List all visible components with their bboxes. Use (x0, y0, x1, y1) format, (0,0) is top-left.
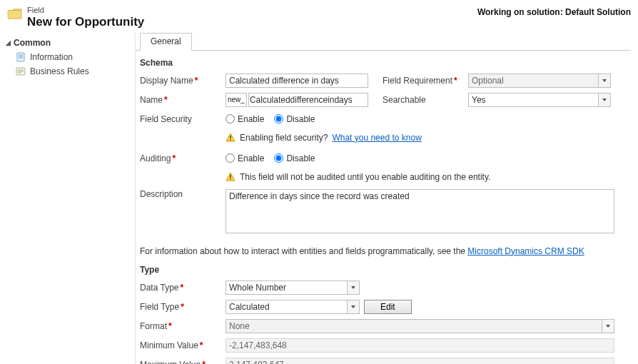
label-max-value: Maximum Value* (140, 360, 226, 364)
display-name-input[interactable] (226, 74, 368, 88)
svg-rect-0 (17, 53, 24, 61)
name-prefix: new_ (226, 93, 247, 107)
label-format: Format* (140, 321, 226, 331)
svg-rect-10 (230, 175, 231, 178)
solution-label: Working on solution: Default Solution (477, 6, 631, 17)
label-name: Name* (140, 95, 226, 105)
searchable-select[interactable]: Yes (468, 93, 611, 107)
label-field-security: Field Security (140, 114, 226, 124)
field-security-enable[interactable]: Enable (226, 114, 264, 124)
header-kicker: Field (27, 6, 144, 15)
svg-rect-8 (230, 136, 231, 138)
tab-label: General (151, 36, 181, 46)
svg-rect-9 (230, 139, 231, 140)
chevron-down-icon[interactable] (347, 300, 359, 313)
label-field-requirement: Field Requirement* (383, 76, 468, 86)
sdk-info: For information about how to interact wi… (140, 238, 627, 265)
auditing-warning: This field will not be audited until you… (140, 169, 627, 189)
document-icon (16, 52, 26, 62)
section-schema: Schema (140, 58, 627, 72)
sdk-link[interactable]: Microsoft Dynamics CRM SDK (467, 246, 584, 256)
sidebar-item-information[interactable]: Information (0, 50, 135, 64)
field-security-disable[interactable]: Disable (274, 114, 315, 124)
label-min-value: Minimum Value* (140, 340, 226, 350)
field-security-warning: Enabling field security? What you need t… (140, 130, 627, 150)
chevron-down-icon[interactable] (602, 320, 614, 333)
format-select[interactable]: None (226, 319, 614, 333)
tab-general[interactable]: General (140, 33, 192, 51)
max-value-field: 2,147,483,647 (226, 358, 614, 364)
label-display-name: Display Name* (140, 76, 226, 86)
page-header: Field New for Opportunity Working on sol… (0, 0, 638, 33)
sidebar-section-label: Common (14, 38, 51, 48)
chevron-down-icon[interactable] (598, 93, 610, 106)
sidebar-section-common[interactable]: ◢ Common (0, 36, 135, 50)
svg-rect-11 (230, 178, 231, 179)
sidebar: ◢ Common Information Bus (0, 33, 136, 364)
field-type-select[interactable]: Calculated (226, 300, 360, 314)
label-searchable: Searchable (383, 95, 468, 105)
field-requirement-select[interactable]: Optional (468, 74, 611, 88)
collapse-icon: ◢ (6, 39, 11, 46)
sidebar-item-business-rules[interactable]: Business Rules (0, 64, 135, 79)
chevron-down-icon[interactable] (598, 74, 610, 87)
page-title: New for Opportunity (27, 15, 144, 29)
edit-button[interactable]: Edit (364, 300, 412, 314)
min-value-field: -2,147,483,648 (226, 338, 614, 353)
sidebar-item-label: Business Rules (30, 66, 89, 76)
name-input[interactable] (248, 93, 368, 107)
section-type: Type (140, 265, 627, 279)
auditing-enable[interactable]: Enable (226, 153, 264, 163)
auditing-disable[interactable]: Disable (274, 153, 315, 163)
label-auditing: Auditing* (140, 153, 226, 163)
rules-icon (16, 66, 26, 76)
warning-icon (226, 133, 236, 143)
sidebar-item-label: Information (30, 52, 73, 62)
folder-icon (7, 7, 23, 20)
tabs: General (136, 33, 631, 51)
chevron-down-icon[interactable] (347, 281, 359, 294)
security-info-link[interactable]: What you need to know (332, 133, 421, 143)
description-input[interactable] (226, 189, 614, 233)
label-field-type: Field Type* (140, 302, 226, 312)
data-type-select[interactable]: Whole Number (226, 280, 360, 295)
label-description: Description (140, 189, 226, 199)
warning-icon (226, 172, 236, 182)
label-data-type: Data Type* (140, 283, 226, 293)
